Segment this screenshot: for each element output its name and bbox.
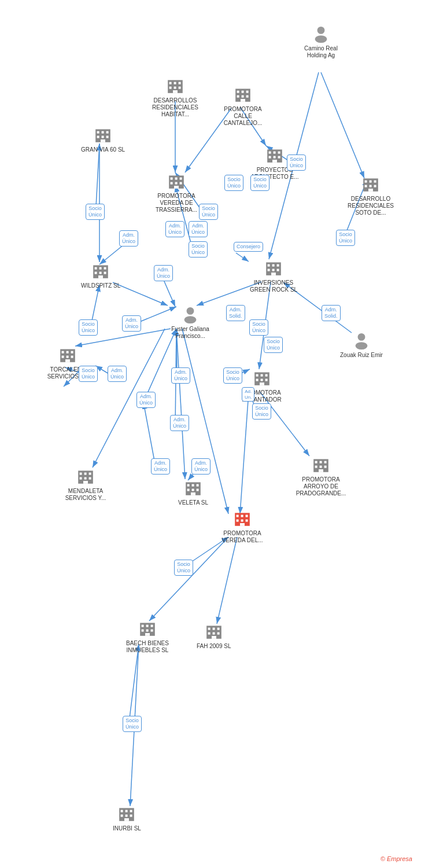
badge-socio-unico-3: SocioÚnico bbox=[189, 241, 208, 258]
svg-rect-138 bbox=[89, 473, 91, 475]
label-gran-via: GRAN VIA 60 SL bbox=[81, 146, 125, 153]
svg-rect-90 bbox=[175, 182, 178, 185]
svg-rect-76 bbox=[272, 160, 277, 163]
badge-adm-solid-2: Adm.Solid. bbox=[322, 305, 341, 321]
label-soto: DESARROLLO RESIDENCIALES SOTO DE... bbox=[345, 196, 397, 216]
svg-rect-182 bbox=[124, 818, 129, 821]
svg-rect-67 bbox=[246, 95, 249, 98]
svg-rect-179 bbox=[121, 815, 123, 817]
svg-rect-171 bbox=[208, 632, 210, 635]
svg-rect-173 bbox=[217, 632, 219, 635]
svg-rect-84 bbox=[368, 189, 373, 192]
svg-rect-162 bbox=[151, 625, 153, 627]
building-icon-green-rock bbox=[263, 258, 284, 278]
svg-rect-161 bbox=[146, 625, 149, 627]
svg-rect-164 bbox=[146, 630, 149, 632]
svg-rect-172 bbox=[212, 632, 215, 635]
svg-rect-105 bbox=[95, 272, 97, 274]
svg-rect-98 bbox=[272, 269, 275, 271]
node-fuster-galiana: Fuster Galiana Francisco... bbox=[164, 304, 216, 340]
svg-rect-155 bbox=[237, 520, 239, 522]
svg-rect-174 bbox=[212, 636, 216, 639]
svg-rect-71 bbox=[274, 152, 276, 154]
svg-rect-128 bbox=[315, 461, 317, 464]
badge-socio-unico-4: SocioÚnico bbox=[224, 175, 243, 191]
badge-adm-unico-5: Adm.Único bbox=[122, 315, 141, 332]
svg-rect-96 bbox=[277, 264, 279, 267]
svg-rect-131 bbox=[315, 466, 317, 468]
svg-rect-160 bbox=[142, 625, 144, 627]
node-wildspitz: WILDSPITZ SL bbox=[81, 260, 120, 289]
building-icon-promotora-calle bbox=[232, 84, 253, 105]
svg-line-28 bbox=[236, 253, 249, 262]
svg-rect-145 bbox=[192, 484, 194, 487]
svg-rect-132 bbox=[320, 466, 322, 468]
svg-line-12 bbox=[176, 329, 185, 479]
badge-socio-unico-5: SocioÚnico bbox=[250, 175, 269, 191]
badge-socio-unico-13: SocioÚnico bbox=[336, 230, 355, 246]
node-mendaleta: MENDALETA SERVICIOS Y... bbox=[60, 466, 112, 502]
node-zouak: Zouak Ruiz Emir bbox=[340, 330, 383, 359]
badge-adm-unico-10: Adm.Único bbox=[151, 458, 170, 475]
svg-line-33 bbox=[143, 329, 176, 402]
svg-rect-78 bbox=[365, 181, 367, 183]
svg-rect-64 bbox=[246, 91, 249, 93]
svg-rect-70 bbox=[269, 152, 271, 154]
svg-rect-47 bbox=[102, 131, 104, 134]
svg-point-184 bbox=[356, 342, 368, 350]
svg-point-110 bbox=[184, 316, 197, 323]
label-vereda-del: PROMOTORA VEREDA DEL... bbox=[216, 530, 268, 544]
label-arroyo: PROMOTORA ARROYO DE PRADOGRANDE... bbox=[295, 476, 347, 497]
label-mendaleta: MENDALETA SERVICIOS Y... bbox=[60, 488, 112, 502]
svg-rect-166 bbox=[145, 633, 150, 636]
svg-rect-123 bbox=[256, 379, 258, 381]
svg-rect-144 bbox=[187, 484, 190, 487]
svg-rect-153 bbox=[241, 515, 243, 517]
svg-rect-156 bbox=[241, 520, 243, 522]
svg-line-18 bbox=[217, 537, 237, 624]
badge-adm-unico-3: Adm.Único bbox=[189, 221, 208, 237]
svg-rect-102 bbox=[95, 267, 97, 270]
svg-rect-52 bbox=[101, 139, 105, 142]
badge-socio-unico-14: SocioÚnico bbox=[174, 560, 193, 576]
building-icon-wildspitz bbox=[90, 260, 111, 281]
badge-adm-unico-4: Adm.Único bbox=[154, 265, 173, 281]
svg-rect-154 bbox=[246, 515, 248, 517]
person-icon-fuster bbox=[180, 304, 201, 325]
badge-socio-unico-10: SocioÚnico bbox=[79, 366, 98, 382]
svg-rect-94 bbox=[268, 264, 270, 267]
svg-rect-72 bbox=[278, 152, 280, 154]
svg-rect-168 bbox=[208, 628, 210, 630]
svg-rect-81 bbox=[365, 185, 367, 187]
label-camino-real: Camino Real Holding Ag bbox=[295, 45, 347, 59]
svg-rect-50 bbox=[102, 136, 104, 138]
label-baech: BAECH BIENES INMUEBLES SL bbox=[121, 640, 173, 654]
badge-socio-unico-2: SocioÚnico bbox=[199, 204, 218, 220]
svg-rect-55 bbox=[174, 82, 176, 84]
label-wildspitz: WILDSPITZ SL bbox=[81, 282, 120, 289]
svg-rect-108 bbox=[98, 275, 103, 278]
node-veleta: VELETA SL bbox=[178, 477, 208, 506]
svg-rect-107 bbox=[104, 272, 106, 274]
badge-adm-unico-1: Adm.Único bbox=[119, 230, 138, 247]
node-desarrollo-soto: DESARROLLO RESIDENCIALES SOTO DE... bbox=[345, 174, 397, 216]
svg-rect-54 bbox=[169, 82, 172, 84]
building-icon-baech bbox=[137, 618, 158, 639]
building-icon-soto bbox=[360, 174, 381, 194]
label-veleta: VELETA SL bbox=[178, 499, 208, 506]
svg-rect-115 bbox=[62, 356, 64, 358]
svg-rect-152 bbox=[237, 515, 239, 517]
label-fuster: Fuster Galiana Francisco... bbox=[164, 326, 216, 340]
svg-rect-100 bbox=[271, 273, 276, 275]
svg-rect-134 bbox=[319, 469, 323, 472]
node-baech-bienes: BAECH BIENES INMUEBLES SL bbox=[121, 618, 173, 654]
svg-rect-124 bbox=[261, 379, 263, 381]
svg-rect-158 bbox=[240, 523, 245, 526]
svg-rect-97 bbox=[268, 269, 270, 271]
svg-rect-103 bbox=[99, 267, 102, 270]
svg-rect-126 bbox=[260, 382, 264, 385]
svg-rect-136 bbox=[80, 473, 82, 475]
svg-point-109 bbox=[187, 307, 194, 315]
svg-line-17 bbox=[149, 537, 228, 621]
label-fah: FAH 2009 SL bbox=[197, 643, 231, 650]
